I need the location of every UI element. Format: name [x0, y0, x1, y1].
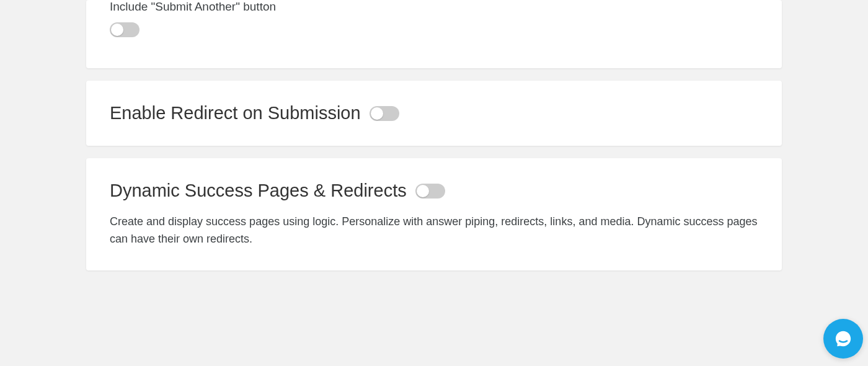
redirect-title: Enable Redirect on Submission — [110, 103, 361, 123]
dynamic-success-description: Create and display success pages using l… — [110, 213, 758, 248]
chat-icon — [833, 328, 854, 349]
submit-another-card: Include "Submit Another" button — [86, 0, 782, 68]
chat-support-button[interactable] — [823, 319, 863, 359]
dynamic-success-card: Dynamic Success Pages & Redirects Create… — [86, 158, 782, 270]
redirect-toggle[interactable] — [370, 106, 399, 121]
dynamic-success-title: Dynamic Success Pages & Redirects — [110, 181, 407, 201]
toggle-knob — [417, 185, 429, 197]
redirect-card: Enable Redirect on Submission — [86, 81, 782, 146]
toggle-knob — [111, 24, 123, 36]
dynamic-success-toggle[interactable] — [415, 184, 445, 199]
submit-another-toggle[interactable] — [110, 22, 140, 37]
toggle-knob — [371, 107, 383, 120]
submit-another-label: Include "Submit Another" button — [110, 0, 758, 14]
